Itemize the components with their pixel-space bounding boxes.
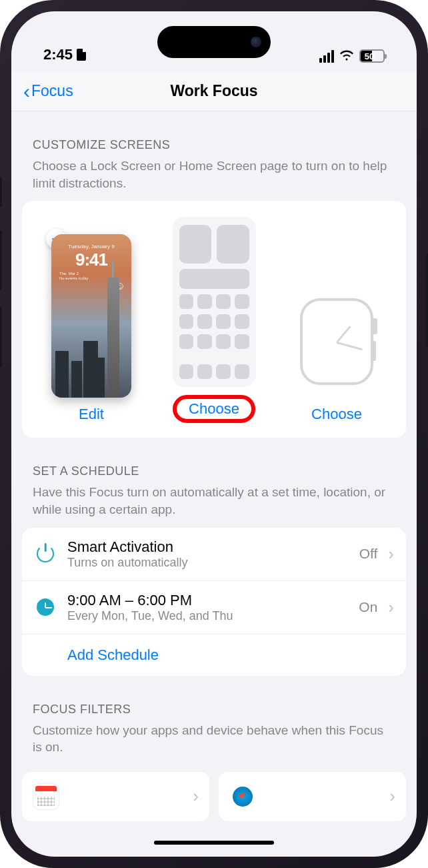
smart-activation-row[interactable]: Smart Activation Turns on automatically …: [22, 528, 406, 581]
status-right: 50: [319, 49, 385, 63]
chevron-right-icon: ›: [193, 786, 199, 807]
lock-screen-preview: Tuesday, January 9 9:41 The. Mar 2 No ev…: [51, 234, 131, 398]
back-button[interactable]: ‹ Focus: [23, 81, 73, 101]
watch-preview: [292, 290, 382, 394]
power-icon: [37, 545, 54, 562]
choose-home-screen-button[interactable]: Choose: [173, 395, 255, 423]
time-schedule-title: 9:00 AM – 6:00 PM: [67, 592, 348, 609]
chevron-right-icon: ›: [388, 597, 394, 618]
signal-icon: [319, 50, 334, 63]
camera-dot: [251, 37, 261, 47]
schedule-header: SET A SCHEDULE: [11, 438, 417, 482]
home-screen-preview: [173, 217, 256, 387]
volume-down-button: [0, 307, 2, 367]
add-schedule-button[interactable]: Add Schedule: [22, 634, 406, 676]
battery-icon: 50: [359, 49, 385, 63]
dynamic-island: [157, 26, 271, 58]
chevron-right-icon: ›: [389, 786, 395, 807]
schedule-card: Smart Activation Turns on automatically …: [22, 528, 406, 676]
time-schedule-sub: Every Mon, Tue, Wed, and Thu: [67, 609, 348, 623]
filters-row: › ›: [11, 772, 417, 821]
home-screen-option[interactable]: Choose: [153, 217, 275, 423]
back-label: Focus: [31, 82, 73, 100]
time-schedule-row[interactable]: 9:00 AM – 6:00 PM Every Mon, Tue, Wed, a…: [22, 581, 406, 634]
status-time: 2:45: [43, 46, 73, 63]
lock-screen-option[interactable]: − Tuesday, January 9 9:41 The. Mar 2 No …: [30, 234, 153, 423]
status-left: 2:45: [43, 46, 86, 63]
home-indicator[interactable]: [154, 841, 274, 845]
calendar-filter-card[interactable]: ›: [22, 772, 209, 821]
screen: 2:45 50 ‹ Focus Work Focus C: [11, 11, 417, 857]
smart-activation-sub: Turns on automatically: [67, 556, 349, 570]
safari-icon: [233, 787, 253, 807]
customize-header: CUSTOMIZE SCREENS: [11, 111, 417, 156]
watch-face-option[interactable]: Choose: [275, 290, 398, 423]
chevron-left-icon: ‹: [23, 81, 30, 101]
smart-activation-title: Smart Activation: [67, 538, 349, 556]
schedule-subtext: Have this Focus turn on automatically at…: [11, 482, 417, 527]
filters-subtext: Customize how your apps and device behav…: [11, 721, 417, 765]
content[interactable]: CUSTOMIZE SCREENS Choose a Lock Screen o…: [11, 111, 417, 857]
safari-filter-card[interactable]: ›: [219, 772, 406, 821]
choose-watch-button[interactable]: Choose: [311, 406, 362, 423]
calendar-icon: [33, 783, 59, 810]
smart-activation-value: Off: [359, 546, 378, 562]
time-schedule-value: On: [359, 599, 377, 615]
chevron-right-icon: ›: [388, 544, 394, 564]
filters-header: FOCUS FILTERS: [11, 676, 417, 721]
sim-icon: [77, 49, 86, 61]
customize-subtext: Choose a Lock Screen or Home Screen page…: [11, 156, 417, 201]
device-frame: 2:45 50 ‹ Focus Work Focus C: [0, 0, 428, 868]
volume-up-button: [0, 230, 2, 290]
edit-lock-screen-button[interactable]: Edit: [79, 406, 104, 423]
side-button: [0, 177, 2, 207]
clock-icon: [37, 598, 54, 616]
screens-card: − Tuesday, January 9 9:41 The. Mar 2 No …: [22, 201, 406, 438]
wifi-icon: [339, 49, 354, 63]
nav-bar: ‹ Focus Work Focus: [11, 71, 417, 111]
